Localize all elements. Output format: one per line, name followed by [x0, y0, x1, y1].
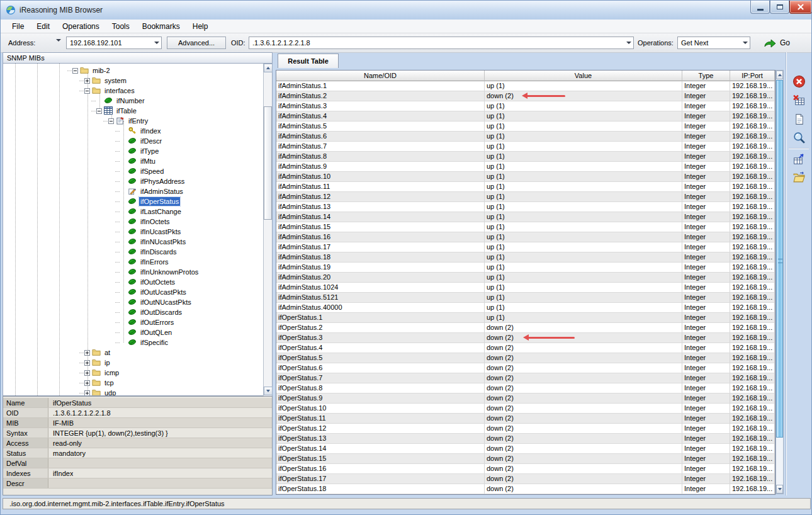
tree-item-ifLastChange[interactable]: ifLastChange [115, 207, 183, 217]
table-row[interactable]: ifAdminStatus.15up (1)Integer192.168.19.… [276, 222, 775, 232]
result-scroll-up-icon[interactable] [776, 71, 783, 79]
tree-item-ifOutDiscards[interactable]: ifOutDiscards [115, 307, 183, 317]
close-button[interactable] [789, 1, 812, 14]
table-row[interactable]: ifAdminStatus.4up (1)Integer192.168.19..… [276, 111, 775, 122]
table-row[interactable]: ifOperStatus.14down (2)Integer192.168.19… [276, 444, 775, 454]
tree-collapse-icon[interactable] [72, 68, 78, 74]
table-row[interactable]: ifOperStatus.4down (2)Integer192.168.19.… [276, 343, 775, 353]
table-row[interactable]: ifOperStatus.9down (2)Integer192.168.19.… [276, 393, 775, 404]
tree-item-icmp[interactable]: icmp [79, 368, 120, 378]
tree-expand-icon[interactable] [84, 350, 90, 356]
menu-item-help[interactable]: Help [186, 20, 215, 33]
table-row[interactable]: ifAdminStatus.8up (1)Integer192.168.19..… [276, 152, 775, 162]
column-header-type[interactable]: Type [682, 71, 730, 81]
oid-combobox[interactable]: .1.3.6.1.2.1.2.2.1.8 [249, 37, 634, 49]
tree-expand-icon[interactable] [84, 78, 90, 84]
result-table-scrollbar[interactable] [775, 70, 784, 494]
table-row[interactable]: ifAdminStatus.16up (1)Integer192.168.19.… [276, 232, 775, 242]
tree-item-ifEntry[interactable]: ifEntry [103, 116, 149, 126]
table-row[interactable]: ifAdminStatus.11up (1)Integer192.168.19.… [276, 182, 775, 192]
tree-item-ifOutOctets[interactable]: ifOutOctets [115, 277, 176, 287]
stop-icon[interactable] [791, 74, 806, 89]
table-row[interactable]: ifAdminStatus.3up (1)Integer192.168.19..… [276, 101, 775, 111]
table-row[interactable]: ifOperStatus.1up (1)Integer192.168.19... [276, 313, 775, 323]
tree-item-ifOutQLen[interactable]: ifOutQLen [115, 327, 173, 337]
table-row[interactable]: ifAdminStatus.18up (1)Integer192.168.19.… [276, 252, 775, 263]
tree-item-ifPhysAddress[interactable]: ifPhysAddress [115, 176, 186, 186]
tree-item-udp[interactable]: udp [79, 388, 117, 396]
oid-dropdown-icon[interactable] [624, 37, 633, 48]
tree-item-ifType[interactable]: ifType [115, 146, 160, 156]
table-row[interactable]: ifOperStatus.17down (2)Integer192.168.19… [276, 474, 775, 484]
table-row[interactable]: ifAdminStatus.10up (1)Integer192.168.19.… [276, 172, 775, 182]
magnifier-icon[interactable] [791, 130, 806, 145]
tree-item-ifMtu[interactable]: ifMtu [115, 156, 157, 166]
tree-item-ifInNUcastPkts[interactable]: ifInNUcastPkts [115, 237, 187, 247]
new-document-icon[interactable] [791, 111, 806, 127]
menu-item-tools[interactable]: Tools [106, 20, 136, 33]
tree-item-ifOutNUcastPkts[interactable]: ifOutNUcastPkts [115, 297, 193, 307]
tree-item-at[interactable]: at [79, 348, 111, 358]
tree-expand-icon[interactable] [84, 370, 90, 376]
table-row[interactable]: ifAdminStatus.1up (1)Integer192.168.19..… [276, 81, 775, 91]
minimize-button[interactable] [750, 1, 770, 14]
tree-item-ifDescr[interactable]: ifDescr [115, 136, 163, 146]
tree-scroll-down-icon[interactable] [264, 387, 273, 395]
table-row[interactable]: ifOperStatus.16down (2)Integer192.168.19… [276, 464, 775, 474]
tree-item-ifOperStatus[interactable]: ifOperStatus [115, 196, 180, 207]
tree-item-tcp[interactable]: tcp [79, 378, 115, 388]
tree-item-ifInUcastPkts[interactable]: ifInUcastPkts [115, 227, 182, 237]
tree-item-ifInUnknownProtos[interactable]: ifInUnknownProtos [115, 267, 200, 277]
table-row[interactable]: ifOperStatus.15down (2)Integer192.168.19… [276, 454, 775, 464]
table-row[interactable]: ifAdminStatus.9up (1)Integer192.168.19..… [276, 162, 775, 172]
tree-item-ifTable[interactable]: ifTable [91, 106, 138, 116]
tree-item-mib-2[interactable]: mib-2 [67, 65, 111, 76]
table-row[interactable]: ifAdminStatus.5up (1)Integer192.168.19..… [276, 122, 775, 132]
tree-scroll-up-icon[interactable] [264, 64, 273, 72]
export-table-icon[interactable] [791, 152, 806, 167]
tree-item-ifInErrors[interactable]: ifInErrors [115, 257, 170, 267]
table-row[interactable]: ifOperStatus.11down (2)Integer192.168.19… [276, 414, 775, 424]
table-row[interactable]: ifOperStatus.13down (2)Integer192.168.19… [276, 434, 775, 444]
table-row[interactable]: ifOperStatus.10down (2)Integer192.168.19… [276, 404, 775, 414]
tree-item-ifOutUcastPkts[interactable]: ifOutUcastPkts [115, 287, 188, 297]
tree-scrollbar[interactable] [263, 64, 272, 396]
open-folder-icon[interactable] [791, 169, 806, 184]
column-header-ip-port[interactable]: IP:Port [730, 71, 775, 81]
tree-item-system[interactable]: system [79, 76, 128, 86]
result-scroll-down-icon[interactable] [776, 485, 783, 494]
address-dropdown-icon[interactable] [152, 37, 161, 48]
table-row[interactable]: ifAdminStatus.12up (1)Integer192.168.19.… [276, 192, 775, 202]
go-button[interactable]: Go [759, 35, 794, 50]
table-row[interactable]: ifAdminStatus.5121up (1)Integer192.168.1… [276, 293, 775, 303]
table-row[interactable]: ifOperStatus.18down (2)Integer192.168.19… [276, 484, 775, 494]
table-row[interactable]: ifAdminStatus.6up (1)Integer192.168.19..… [276, 132, 775, 142]
column-header-name-oid[interactable]: Name/OID [276, 71, 485, 81]
tree-item-ifInDiscards[interactable]: ifInDiscards [115, 247, 178, 257]
advanced-button[interactable]: Advanced... [167, 37, 226, 49]
menu-item-file[interactable]: File [6, 20, 30, 33]
table-row[interactable]: ifAdminStatus.40000up (1)Integer192.168.… [276, 303, 775, 313]
tree-item-interfaces[interactable]: interfaces [79, 86, 136, 96]
tree-item-ip[interactable]: ip [79, 358, 111, 368]
table-row[interactable]: ifAdminStatus.7up (1)Integer192.168.19..… [276, 142, 775, 152]
tree-item-ifOutErrors[interactable]: ifOutErrors [115, 317, 175, 327]
table-row[interactable]: ifOperStatus.8down (2)Integer192.168.19.… [276, 383, 775, 393]
table-row[interactable]: ifAdminStatus.14up (1)Integer192.168.19.… [276, 212, 775, 222]
tree-item-ifNumber[interactable]: ifNumber [91, 96, 146, 106]
table-row[interactable]: ifOperStatus.2down (2)Integer192.168.19.… [276, 323, 775, 333]
address-combobox[interactable]: 192.168.192.101 [66, 37, 162, 49]
tree-collapse-icon[interactable] [84, 88, 90, 94]
result-scrollbar-thumb[interactable] [776, 80, 783, 438]
address-type-dropdown-icon[interactable] [56, 42, 61, 49]
tree-item-ifSpecific[interactable]: ifSpecific [115, 337, 169, 348]
tree-item-ifIndex[interactable]: ifIndex [115, 126, 162, 136]
menu-item-bookmarks[interactable]: Bookmarks [136, 20, 186, 33]
menu-item-edit[interactable]: Edit [30, 20, 56, 33]
operations-combobox[interactable]: Get Next [677, 37, 750, 49]
column-header-value[interactable]: Value [485, 71, 682, 81]
table-row[interactable]: ifAdminStatus.20up (1)Integer192.168.19.… [276, 273, 775, 283]
table-row[interactable]: ifAdminStatus.13up (1)Integer192.168.19.… [276, 202, 775, 212]
table-row[interactable]: ifOperStatus.7down (2)Integer192.168.19.… [276, 373, 775, 383]
maximize-button[interactable] [770, 1, 789, 14]
